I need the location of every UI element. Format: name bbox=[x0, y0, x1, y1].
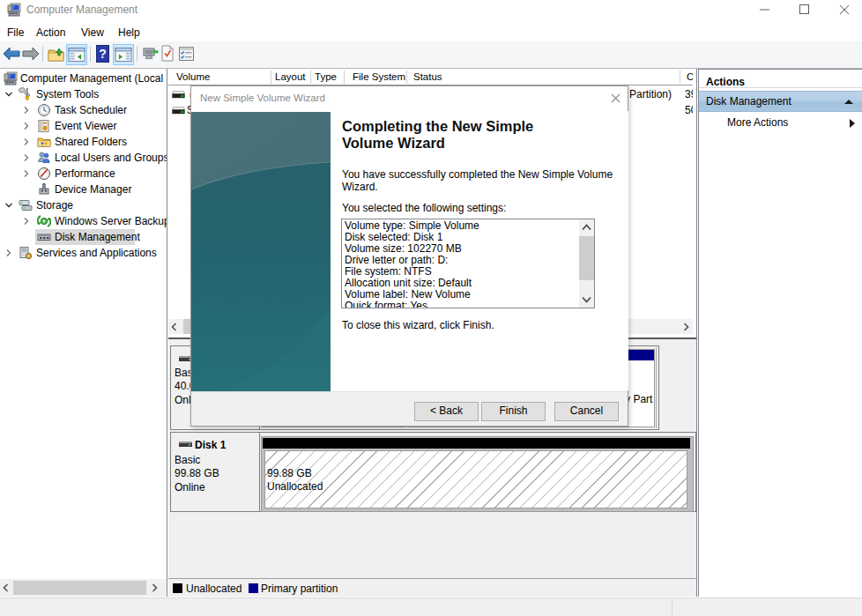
svg-text:?: ? bbox=[99, 47, 107, 61]
